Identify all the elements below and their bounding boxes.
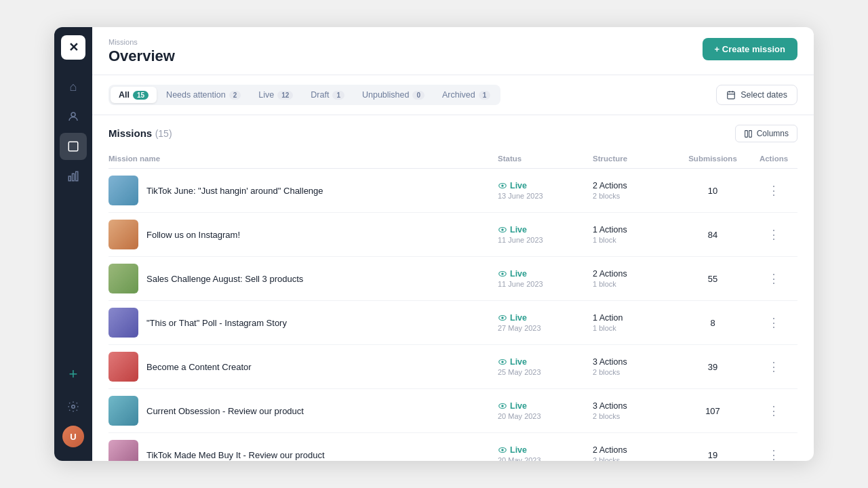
status-text: Live: [510, 269, 527, 279]
row-actions-cell: ⋮: [750, 345, 797, 389]
submissions-cell: 8: [675, 301, 750, 345]
filter-tab-draft-label: Draft: [311, 90, 329, 100]
status-cell: Live 11 June 2023: [492, 257, 587, 301]
mission-name: TikTok June: "Just hangin' around" Chall…: [146, 186, 323, 196]
status-date: 25 May 2023: [498, 368, 582, 376]
filter-tab-draft[interactable]: Draft 1: [302, 87, 353, 103]
svg-rect-1: [68, 142, 78, 151]
status-date: 13 June 2023: [498, 192, 582, 200]
columns-button[interactable]: Columns: [735, 125, 797, 142]
filter-tab-needs-attention[interactable]: Needs attention 2: [158, 87, 249, 103]
more-actions-button[interactable]: ⋮: [765, 358, 783, 375]
mission-name: Follow us on Instagram!: [146, 230, 240, 240]
filter-tab-archived[interactable]: Archived 1: [434, 87, 498, 103]
structure-cell: 2 Actions 2 blocks: [587, 433, 675, 462]
create-mission-button[interactable]: + Create mission: [703, 38, 797, 60]
svg-rect-3: [73, 174, 75, 181]
status-date: 20 May 2023: [498, 412, 582, 420]
table-row: Current Obsession - Review our product L…: [108, 389, 797, 433]
submissions-cell: 39: [675, 345, 750, 389]
sidebar-item-analytics[interactable]: [60, 163, 87, 190]
sidebar-nav: ⌂: [60, 73, 87, 361]
more-actions-button[interactable]: ⋮: [765, 402, 783, 420]
eye-icon: [498, 357, 507, 367]
logo[interactable]: ✕: [61, 35, 85, 60]
filter-tab-archived-label: Archived: [442, 90, 475, 100]
structure-cell: 1 Action 1 block: [587, 301, 675, 345]
more-actions-button[interactable]: ⋮: [765, 226, 783, 243]
table-count: (15): [155, 128, 172, 139]
status-cell: Live 13 June 2023: [492, 169, 587, 213]
filter-tab-needs-attention-label: Needs attention: [166, 90, 226, 100]
sidebar-item-home[interactable]: ⌂: [60, 73, 87, 100]
filter-tab-live[interactable]: Live 12: [250, 87, 301, 103]
filter-tab-all-badge: 15: [133, 91, 149, 100]
structure-actions: 2 Actions: [593, 445, 670, 455]
submissions-cell: 84: [675, 213, 750, 257]
structure-cell: 1 Actions 1 block: [587, 213, 675, 257]
col-status: Status: [492, 149, 587, 169]
status-date: 20 May 2023: [498, 456, 582, 461]
row-actions-cell: ⋮: [750, 257, 797, 301]
status-cell: Live 20 May 2023: [492, 389, 587, 433]
select-dates-label: Select dates: [741, 90, 787, 100]
mission-name: "This or That" Poll - Instagram Story: [146, 318, 287, 328]
filter-tab-unpublished-label: Unpublished: [362, 90, 410, 100]
eye-icon: [498, 313, 507, 323]
header-left: Missions Overview: [108, 38, 175, 65]
filter-tab-unpublished[interactable]: Unpublished 0: [354, 87, 433, 103]
mission-name: Sales Challenge August: Sell 3 products: [146, 274, 303, 284]
more-actions-button[interactable]: ⋮: [765, 446, 783, 461]
table-row: Sales Challenge August: Sell 3 products …: [108, 257, 797, 301]
mission-thumbnail: [108, 440, 138, 461]
svg-point-13: [501, 184, 504, 187]
mission-name-cell: Follow us on Instagram!: [108, 213, 492, 257]
sidebar-item-add[interactable]: +: [60, 361, 87, 388]
sidebar-item-missions[interactable]: [60, 133, 87, 160]
submissions-count: 84: [681, 230, 745, 240]
submissions-count: 8: [681, 318, 745, 328]
select-dates-button[interactable]: Select dates: [716, 85, 797, 105]
status-text: Live: [510, 225, 527, 235]
more-actions-button[interactable]: ⋮: [765, 182, 783, 199]
structure-blocks: 2 blocks: [593, 192, 670, 200]
avatar[interactable]: U: [62, 426, 84, 447]
sidebar-item-users[interactable]: [60, 103, 87, 130]
col-submissions: Submissions: [675, 149, 750, 169]
filter-tab-live-badge: 12: [277, 91, 293, 100]
mission-name: Become a Content Creator: [146, 362, 252, 372]
structure-cell: 3 Actions 2 blocks: [587, 389, 675, 433]
structure-cell: 2 Actions 1 block: [587, 257, 675, 301]
status-text: Live: [510, 313, 527, 323]
table-body: TikTok June: "Just hangin' around" Chall…: [108, 169, 797, 462]
status-cell: Live 11 June 2023: [492, 213, 587, 257]
filter-tab-all[interactable]: All 15: [111, 87, 157, 103]
breadcrumb: Missions: [108, 38, 175, 46]
table-head: Mission name Status Structure Submission…: [108, 149, 797, 169]
status-text: Live: [510, 357, 527, 367]
header: Missions Overview + Create mission: [92, 27, 814, 75]
status-date: 27 May 2023: [498, 324, 582, 332]
table-row: "This or That" Poll - Instagram Story Li…: [108, 301, 797, 345]
filter-tab-needs-attention-badge: 2: [229, 91, 241, 100]
structure-actions: 2 Actions: [593, 269, 670, 279]
page-title: Overview: [108, 47, 175, 65]
svg-point-21: [501, 361, 504, 363]
structure-actions: 1 Action: [593, 313, 670, 323]
svg-rect-10: [745, 130, 747, 137]
more-actions-button[interactable]: ⋮: [765, 270, 783, 287]
submissions-cell: 19: [675, 433, 750, 462]
submissions-cell: 107: [675, 389, 750, 433]
row-actions-cell: ⋮: [750, 301, 797, 345]
status-cell: Live 27 May 2023: [492, 301, 587, 345]
svg-point-0: [71, 113, 75, 117]
submissions-cell: 10: [675, 169, 750, 213]
structure-cell: 3 Actions 2 blocks: [587, 345, 675, 389]
eye-icon: [498, 269, 507, 279]
sidebar-item-settings[interactable]: [60, 393, 87, 420]
svg-rect-2: [68, 176, 71, 181]
status-date: 11 June 2023: [498, 280, 582, 288]
table-header-row: Missions (15) Columns: [108, 115, 797, 149]
more-actions-button[interactable]: ⋮: [765, 314, 783, 331]
mission-thumbnail: [108, 220, 138, 249]
